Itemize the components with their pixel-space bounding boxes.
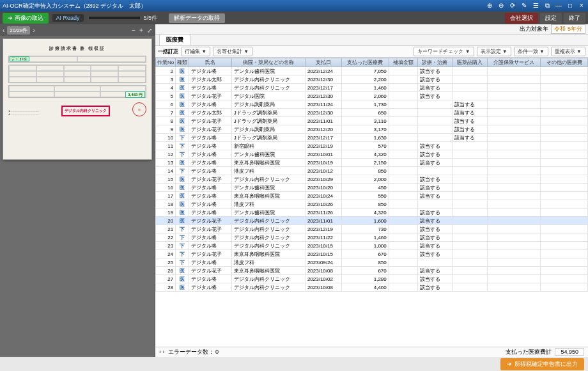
col-kind[interactable]: 種類 [176,58,189,67]
sum-value: 54,950 [555,348,584,356]
table-row[interactable]: 3医デジタル太郎デジタル内科クリニック2023/12/302,200該当する [156,75,588,84]
fetch-parse-button[interactable]: 解析データの取得 [169,13,225,23]
table-row[interactable]: 22下デジタル将デジタル内科クリニック2023/11/221,460該当する [156,233,588,242]
table-row[interactable]: 8医デジタル花子Jドラッグ調剤薬局2023/11/013,110該当する [156,117,588,125]
row-edit-dropdown[interactable]: 行編集 ▼ [181,47,210,56]
close-icon[interactable]: × [578,2,585,10]
col-paid[interactable]: 支払った医療費 [341,58,389,67]
minimize-icon[interactable]: — [555,2,562,10]
left-preview-pane: ‹ 20/28件 › − ＋ ⤢ 診療請求書 兼 領収証 ﾃﾞｼﾞﾀﾙ様 3,4… [0,24,155,357]
zoom-in-icon[interactable]: ⊕ [486,2,493,10]
page-indicator: 20/28件 [7,26,30,35]
table-row[interactable]: 5医デジタル花子デジタル医院2023/12/302,060該当する [156,92,588,100]
doc-amount: 3,483 円 [125,91,145,98]
window-title: AI-OCR確定申告入力システム（2892 デジタル 太郎） [3,2,146,10]
zoom-out-icon[interactable]: ⊖ [497,2,505,10]
table-row[interactable]: 24下デジタル花子東京耳鼻咽喉科医院2023/10/15670該当する [156,250,588,258]
copy-icon[interactable]: ⧉ [543,2,551,10]
sub-toolbar: 一括訂正 行編集 ▼ 名寄せ集計 ▼ キーワードチェック ▼ 表示設定 ▼ 条件… [155,46,588,58]
progress-bar [89,17,140,19]
table-row[interactable]: 19医デジタル将デンタル歯科医院2023/11/264,320該当する [156,209,588,217]
error-label: エラーデータ数： [168,349,214,355]
table-row[interactable]: 7医デジタル太郎Jドラッグ調剤薬局2023/12/30650該当する [156,109,588,117]
table-row[interactable]: 6医デジタル将デジタル調剤薬局2023/11/241,730該当する [156,100,588,109]
condition-dropdown[interactable]: 条件一致 ▼ [514,47,548,56]
table-row[interactable]: 15医デジタル花子デジタル内科クリニック2023/10/292,000該当する [156,175,588,184]
exit-button[interactable]: 終了 [564,13,585,24]
table-row[interactable]: 16医デジタル将デンタル歯科医院2023/10/20450該当する [156,184,588,192]
window-controls: ⊕ ⊖ ⟳ ✎ ☰ ⧉ — □ × [486,2,585,10]
sum-label: 支払った医療費計 [506,349,552,355]
error-count: 0 [215,349,219,355]
col-c4[interactable]: その他の医療費 [541,58,588,67]
table-row[interactable]: 10下デジタル将Jドラッグ調剤薬局2023/12/171,630該当する [156,134,588,142]
table-row[interactable]: 28医デジタル将デジタル内科クリニック2023/10/084,460該当する [156,283,588,292]
footer-strip: ➜ 所得税確定申告書に出力 [0,357,588,371]
progress-text: 5/5件 [144,14,158,22]
zoom-in-thumb-icon[interactable]: ＋ [138,26,144,35]
tab-strip: 医療費 [155,35,588,46]
title-bar: AI-OCR確定申告入力システム（2892 デジタル 太郎） ⊕ ⊖ ⟳ ✎ ☰… [0,0,588,12]
mode-label: 一括訂正 [158,48,178,55]
col-inst[interactable]: 病院・薬局などの名称 [231,58,305,67]
menu-icon[interactable]: ☰ [532,2,539,10]
medical-expense-table: 作業No種類氏名病院・薬局などの名称支払日支払った医療費補填金額診療・治療医薬品… [155,58,588,292]
col-idx[interactable]: 作業No [156,58,176,67]
company-select-button[interactable]: 会社選択 [505,13,538,24]
duplicate-display-dropdown[interactable]: 重複表示 ▼ [551,47,585,56]
bottom-status-bar: ‹ › エラーデータ数： 0 支払った医療費計 54,950 [155,347,588,357]
document-thumbnail[interactable]: 診療請求書 兼 領収証 ﾃﾞｼﾞﾀﾙ様 3,483 円 ※ …………………………… [3,38,152,160]
data-table-wrap[interactable]: 作業No種類氏名病院・薬局などの名称支払日支払った医療費補填金額診療・治療医薬品… [155,58,588,347]
maximize-icon[interactable]: □ [566,2,574,10]
left-preview-toolbar: ‹ 20/28件 › − ＋ ⤢ [0,24,155,36]
table-row[interactable]: 9医デジタル花子デジタル調剤薬局2023/12/203,170該当する [156,125,588,134]
next-page-icon[interactable]: › [33,27,35,34]
table-row[interactable]: 26医デジタル花子東京耳鼻咽喉科医院2023/10/08670該当する [156,267,588,275]
main-toolbar: ➔ 画像の取込 AI Ready 5/5件 解析データの取得 会社選択 設定 終… [0,12,588,24]
aggregate-dropdown[interactable]: 名寄せ集計 ▼ [213,47,252,56]
prev-err-icon[interactable]: ‹ [159,349,161,355]
prev-page-icon[interactable]: ‹ [3,27,4,34]
clinic-name-box: デジタル内科クリニック [61,106,110,116]
table-row[interactable]: 4医デジタル将デジタル内科クリニック2023/12/171,460該当する [156,84,588,92]
import-images-button[interactable]: ➔ 画像の取込 [3,13,49,24]
export-icon: ➜ [507,361,512,367]
keyword-check-dropdown[interactable]: キーワードチェック ▼ [414,47,474,56]
col-c3[interactable]: 介護保険サービス [487,58,541,67]
table-row[interactable]: 2医デジタル将デンタル歯科医院2023/12/247,050該当する [156,67,588,75]
table-row[interactable]: 13医デジタル将東京耳鼻咽喉科医院2023/10/192,150該当する [156,159,588,167]
main-split: ‹ 20/28件 › − ＋ ⤢ 診療請求書 兼 領収証 ﾃﾞｼﾞﾀﾙ様 3,4… [0,24,588,357]
table-row[interactable]: 11下デジタル将新宿眼科2023/12/19570該当する [156,142,588,150]
table-row[interactable]: 17医デジタル将東京耳鼻咽喉科医院2023/10/24550該当する [156,192,588,200]
table-row[interactable]: 14下デジタル将港皮フ科2023/10/12850 [156,167,588,175]
right-data-pane: 出力対象年 令和 5年分 医療費 一括訂正 行編集 ▼ 名寄せ集計 ▼ キーワー… [155,24,588,357]
table-row[interactable]: 25下デジタル将港皮フ科2023/09/24850 [156,258,588,267]
zoom-out-thumb-icon[interactable]: − [132,27,135,34]
table-row[interactable]: 27医デジタル将デジタル内科クリニック2023/10/021,280該当する [156,275,588,283]
settings-button[interactable]: 設定 [540,13,562,24]
doc-title: 診療請求書 兼 領収証 [49,45,106,52]
table-row[interactable]: 20医デジタル花子デジタル内科クリニック2023/11/011,600該当する [156,217,588,225]
col-c2[interactable]: 医薬品購入 [453,58,487,67]
fit-thumb-icon[interactable]: ⤢ [147,27,152,34]
table-row[interactable]: 12下デジタル将デンタル歯科医院2023/10/014,320該当する [156,150,588,159]
ai-ready-badge: AI Ready [52,14,84,22]
col-comp[interactable]: 補填金額 [389,58,417,67]
table-row[interactable]: 23下デジタル将デジタル内科クリニック2023/10/151,000該当する [156,242,588,250]
period-value[interactable]: 令和 5年分 [551,24,585,34]
table-row[interactable]: 18医デジタル将港皮フ科2023/10/26850 [156,200,588,209]
display-settings-dropdown[interactable]: 表示設定 ▼ [477,47,511,56]
edit-icon[interactable]: ✎ [520,2,528,10]
period-label: 出力対象年 [520,25,548,33]
col-date[interactable]: 支払日 [305,58,341,67]
next-err-icon[interactable]: › [163,349,165,355]
stamp-icon: 印 [132,102,146,116]
period-bar: 出力対象年 令和 5年分 [155,24,588,35]
col-c1[interactable]: 診療・治療 [417,58,452,67]
export-tax-button[interactable]: ➜ 所得税確定申告書に出力 [500,358,584,370]
refresh-icon[interactable]: ⟳ [509,2,516,10]
tab-medical[interactable]: 医療費 [159,34,190,45]
col-name[interactable]: 氏名 [189,58,232,67]
table-row[interactable]: 21下デジタル花子デジタル内科クリニック2023/12/19730該当する [156,225,588,233]
